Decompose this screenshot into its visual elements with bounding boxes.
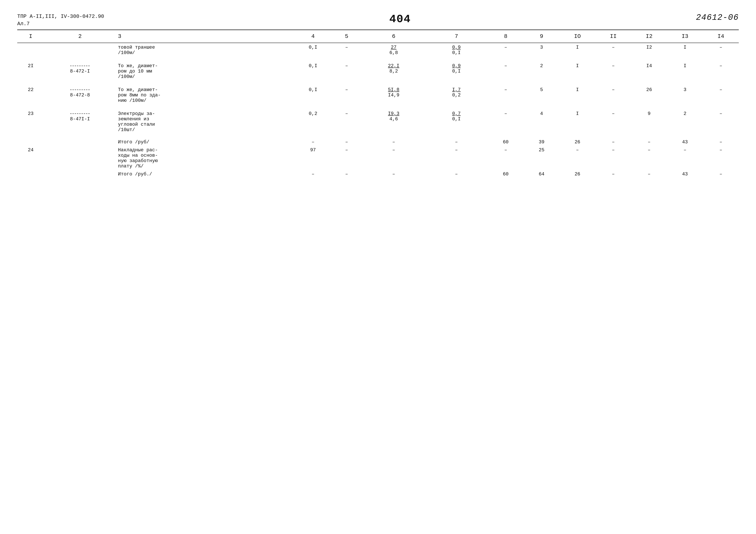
row-code <box>44 43 116 57</box>
row-number <box>17 43 44 57</box>
row-col13: 43 <box>667 171 703 178</box>
row-code: 8-472-8 <box>44 86 116 105</box>
row-col11: – <box>595 139 631 146</box>
row-description: Накладные рас- ходы на основ- ную зарабо… <box>116 146 295 171</box>
col-header-9: 9 <box>524 30 559 43</box>
row-col13: I <box>667 62 703 81</box>
row-col5: – <box>331 139 363 146</box>
row-col8: – <box>488 62 524 81</box>
row-col4: 0,I <box>295 43 331 57</box>
header-left: ТПР А-II,III, IV-300-0472.90 Ал.7 <box>17 13 104 27</box>
row-col12: I4 <box>631 62 667 81</box>
row-number: 2I <box>17 62 44 81</box>
row-col12: 9 <box>631 109 667 134</box>
col-header-11: II <box>595 30 631 43</box>
row-description: Электроды за- земления из угловой стали … <box>116 109 295 134</box>
row-col10: I <box>559 109 595 134</box>
row-description: То же, диамет- ром 8мм по зда- нию /100м… <box>116 86 295 105</box>
row-number: 22 <box>17 86 44 105</box>
col-header-2: 2 <box>44 30 116 43</box>
row-col12: – <box>631 171 667 178</box>
row-number <box>17 139 44 146</box>
row-col14: – <box>703 146 739 171</box>
row-col13: 43 <box>667 139 703 146</box>
row-col9: 3 <box>524 43 559 57</box>
table-row: Итого /руб/––––603926––43– <box>17 139 739 146</box>
row-col7: 0,70,I <box>425 109 488 134</box>
row-number <box>17 171 44 178</box>
row-col9: 25 <box>524 146 559 171</box>
row-col14: – <box>703 171 739 178</box>
row-col8: 60 <box>488 171 524 178</box>
row-col5: – <box>331 43 363 57</box>
row-col10: 26 <box>559 139 595 146</box>
row-code <box>44 139 116 146</box>
row-col7: – <box>425 171 488 178</box>
col-header-4: 4 <box>295 30 331 43</box>
row-col12: I2 <box>631 43 667 57</box>
col-header-5: 5 <box>331 30 363 43</box>
row-col10: 26 <box>559 171 595 178</box>
row-col9: 2 <box>524 62 559 81</box>
row-col4: 0,I <box>295 86 331 105</box>
row-col5: – <box>331 86 363 105</box>
page-header: ТПР А-II,III, IV-300-0472.90 Ал.7 404 24… <box>17 13 739 27</box>
row-col14: – <box>703 109 739 134</box>
col-header-12: I2 <box>631 30 667 43</box>
row-col8: – <box>488 109 524 134</box>
row-col6: – <box>363 139 425 146</box>
row-col7: – <box>425 146 488 171</box>
row-col7: 0,90,I <box>425 43 488 57</box>
table-row: товой траншее /100м/0,I–276,80,90,I–3I–I… <box>17 43 739 57</box>
row-code: 8-472-I <box>44 62 116 81</box>
row-col4: – <box>295 139 331 146</box>
row-col14: – <box>703 43 739 57</box>
row-description: Итого /руб./ <box>116 171 295 178</box>
row-description: Итого /руб/ <box>116 139 295 146</box>
col-header-6: 6 <box>363 30 425 43</box>
row-col11: – <box>595 171 631 178</box>
row-col10: I <box>559 86 595 105</box>
row-col8: – <box>488 43 524 57</box>
row-col6: 276,8 <box>363 43 425 57</box>
col-header-8: 8 <box>488 30 524 43</box>
main-table: I 2 3 4 5 6 7 8 9 IO II I2 I3 I4 товой т… <box>17 30 739 178</box>
row-col14: – <box>703 62 739 81</box>
row-code <box>44 171 116 178</box>
spacer-row <box>17 57 739 62</box>
row-col9: 64 <box>524 171 559 178</box>
row-col8: – <box>488 146 524 171</box>
row-code: 8-47I-I <box>44 109 116 134</box>
table-row: 2I8-472-IТо же, диамет- ром до 10 мм /10… <box>17 62 739 81</box>
row-col11: – <box>595 43 631 57</box>
header-title-line2: Ал.7 <box>17 20 104 28</box>
row-number: 24 <box>17 146 44 171</box>
row-col11: – <box>595 86 631 105</box>
row-col8: 60 <box>488 139 524 146</box>
col-header-7: 7 <box>425 30 488 43</box>
row-col12: 26 <box>631 86 667 105</box>
row-col10: – <box>559 146 595 171</box>
row-col4: 97 <box>295 146 331 171</box>
row-col6: I9,34,6 <box>363 109 425 134</box>
row-col13: – <box>667 146 703 171</box>
row-col11: – <box>595 62 631 81</box>
row-col4: 0,I <box>295 62 331 81</box>
col-header-3: 3 <box>116 30 295 43</box>
row-col14: – <box>703 86 739 105</box>
row-col7: – <box>425 139 488 146</box>
row-col9: 4 <box>524 109 559 134</box>
row-col14: – <box>703 139 739 146</box>
row-col11: – <box>595 109 631 134</box>
row-col11: – <box>595 146 631 171</box>
row-description: товой траншее /100м/ <box>116 43 295 57</box>
col-header-1: I <box>17 30 44 43</box>
row-col4: – <box>295 171 331 178</box>
col-header-10: IO <box>559 30 595 43</box>
row-col9: 5 <box>524 86 559 105</box>
header-center-number: 404 <box>389 13 411 26</box>
header-title-line1: ТПР А-II,III, IV-300-0472.90 <box>17 13 104 20</box>
row-number: 23 <box>17 109 44 134</box>
table-row: 24Накладные рас- ходы на основ- ную зара… <box>17 146 739 171</box>
row-col10: I <box>559 62 595 81</box>
